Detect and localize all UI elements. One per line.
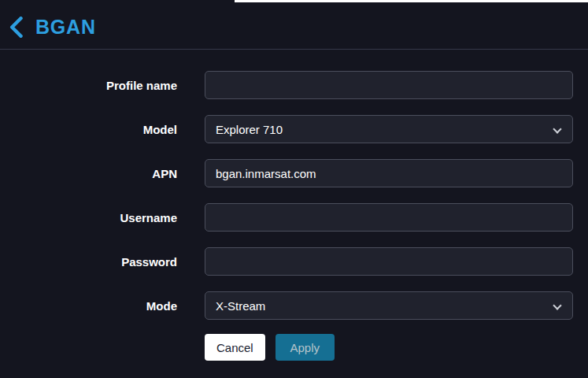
apn-control bbox=[205, 159, 573, 187]
username-control bbox=[205, 203, 573, 232]
form-row-profile-name: Profile name bbox=[0, 71, 588, 99]
password-control bbox=[205, 247, 573, 276]
form-row-password: Password bbox=[0, 247, 588, 276]
username-input[interactable] bbox=[205, 203, 573, 232]
password-label: Password bbox=[0, 255, 177, 269]
model-select-value: Explorer 710 bbox=[216, 123, 283, 136]
chevron-down-icon bbox=[553, 301, 561, 309]
apn-label: APN bbox=[0, 167, 177, 180]
chevron-down-icon bbox=[553, 124, 561, 133]
page-title: BGAN bbox=[35, 16, 96, 39]
bgan-profile-form: Profile name Model Explorer 710 APN User… bbox=[0, 50, 588, 361]
form-row-apn: APN bbox=[0, 159, 588, 187]
apply-button[interactable]: Apply bbox=[276, 334, 335, 361]
profile-name-control bbox=[205, 71, 573, 99]
username-label: Username bbox=[0, 211, 177, 224]
apn-input[interactable] bbox=[205, 159, 573, 187]
viewport-edge bbox=[235, 0, 588, 2]
form-row-username: Username bbox=[0, 203, 588, 232]
profile-name-label: Profile name bbox=[0, 79, 177, 92]
form-row-model: Model Explorer 710 bbox=[0, 115, 588, 143]
model-select[interactable]: Explorer 710 bbox=[205, 115, 573, 143]
profile-name-input[interactable] bbox=[205, 71, 573, 99]
model-control: Explorer 710 bbox=[205, 115, 573, 143]
mode-select[interactable]: X-Stream bbox=[205, 291, 573, 320]
mode-label: Mode bbox=[0, 299, 177, 313]
chevron-left-icon bbox=[9, 17, 24, 38]
form-actions: Cancel Apply bbox=[205, 334, 588, 361]
back-button[interactable] bbox=[9, 17, 24, 38]
mode-control: X-Stream bbox=[205, 291, 573, 320]
form-row-mode: Mode X-Stream bbox=[0, 291, 588, 320]
cancel-button[interactable]: Cancel bbox=[205, 334, 265, 361]
page-header: BGAN bbox=[0, 0, 588, 50]
model-label: Model bbox=[0, 123, 177, 136]
mode-select-value: X-Stream bbox=[216, 299, 265, 313]
password-input[interactable] bbox=[205, 247, 573, 276]
